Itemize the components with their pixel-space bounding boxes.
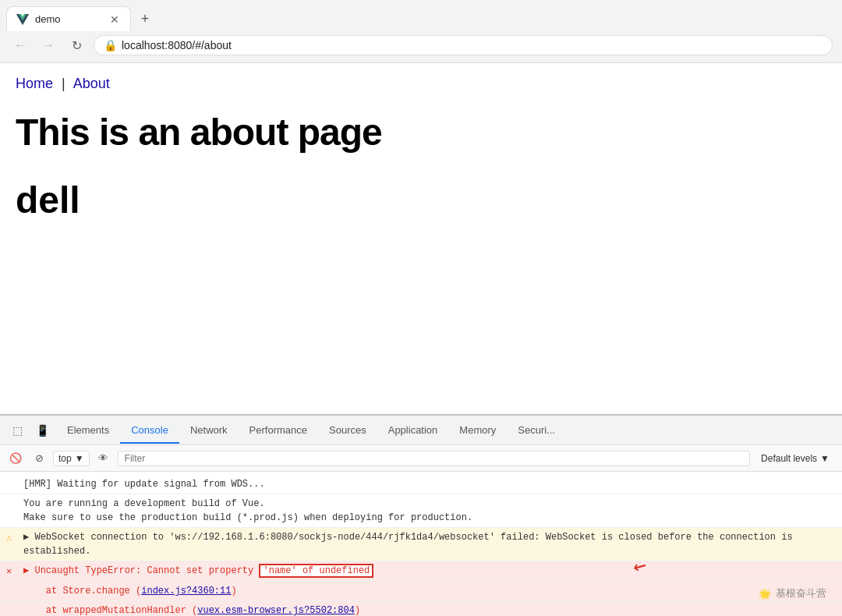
tab-console[interactable]: Console	[120, 418, 179, 444]
url-bar[interactable]: 🔒 localhost:8080/#/about	[94, 35, 833, 55]
console-stack-line: at wrappedMutationHandler (vuex.esm-brow…	[0, 601, 842, 616]
default-levels-button[interactable]: Default levels ▼	[755, 451, 836, 466]
tab-security[interactable]: Securi...	[507, 418, 566, 444]
devtools-device-button[interactable]: 📱	[31, 420, 53, 441]
home-link[interactable]: Home	[16, 76, 53, 91]
tab-network[interactable]: Network	[179, 418, 239, 444]
chevron-down-icon: ▼	[75, 453, 84, 464]
console-output: [HMR] Waiting for update signal from WDS…	[0, 472, 842, 616]
console-line: You are running a development build of V…	[0, 494, 842, 528]
error-highlight: 'name' of undefined	[259, 564, 373, 578]
devtools-panel: ⬚ 📱 Elements Console Network Performance…	[0, 414, 842, 616]
about-link[interactable]: About	[73, 76, 110, 91]
devtools-toolbar: 🚫 ⊘ top ▼ 👁 Default levels ▼	[0, 445, 842, 472]
tab-application[interactable]: Application	[377, 418, 449, 444]
console-filter-input[interactable]	[118, 451, 750, 466]
tab-elements[interactable]: Elements	[56, 418, 120, 444]
stack-link[interactable]: vuex.esm-browser.js?5502:804	[197, 605, 355, 616]
eye-icon-button[interactable]: 👁	[94, 449, 113, 468]
tab-favicon	[16, 13, 29, 26]
tab-title: demo	[35, 13, 61, 25]
browser-chrome: demo ✕ + ← → ↻ 🔒 localhost:8080/#/about	[0, 0, 842, 63]
console-stack-text: at Store.change (index.js?4360:11)	[23, 584, 237, 598]
watermark-icon: 🌟	[759, 588, 771, 600]
context-select[interactable]: top ▼	[53, 451, 90, 466]
default-levels-label: Default levels	[761, 453, 817, 464]
watermark-text: 基根奋斗营	[776, 586, 826, 600]
tab-sources[interactable]: Sources	[318, 418, 377, 444]
new-tab-button[interactable]: +	[134, 8, 156, 30]
chevron-down-icon-2: ▼	[820, 453, 830, 464]
watermark: 🌟 基根奋斗营	[759, 586, 826, 600]
back-button[interactable]: ←	[9, 34, 31, 56]
address-bar: ← → ↻ 🔒 localhost:8080/#/about	[0, 31, 842, 62]
sub-text: dell	[16, 179, 826, 221]
console-line: ⚠ ▶ WebSocket connection to 'ws://192.16…	[0, 528, 842, 561]
console-text: [HMR] Waiting for update signal from WDS…	[23, 477, 265, 491]
browser-tab[interactable]: demo ✕	[6, 6, 131, 31]
context-value: top	[58, 453, 72, 464]
filter-icon-button[interactable]: ⊘	[30, 449, 48, 468]
console-stack-text: at wrappedMutationHandler (vuex.esm-brow…	[23, 604, 360, 616]
tab-performance[interactable]: Performance	[239, 418, 318, 444]
about-heading: This is an about page	[16, 111, 826, 154]
devtools-inspect-button[interactable]: ⬚	[6, 420, 28, 441]
nav-separator: |	[62, 76, 65, 91]
nav-links: Home | About	[16, 76, 826, 92]
stack-link[interactable]: index.js?4360:11	[141, 586, 231, 597]
reload-button[interactable]: ↻	[65, 34, 87, 56]
clear-console-button[interactable]: 🚫	[6, 449, 25, 468]
devtools-tab-bar: ⬚ 📱 Elements Console Network Performance…	[0, 416, 842, 445]
tab-memory[interactable]: Memory	[448, 418, 507, 444]
warning-icon: ⚠	[6, 531, 19, 545]
forward-button[interactable]: →	[37, 34, 59, 56]
page-content: Home | About This is an about page dell	[0, 63, 842, 414]
error-icon: ✕	[6, 565, 19, 579]
console-line: [HMR] Waiting for update signal from WDS…	[0, 475, 842, 494]
console-stack-line: at Store.change (index.js?4360:11)	[0, 582, 842, 601]
url-text: localhost:8080/#/about	[122, 39, 232, 51]
tab-bar: demo ✕ +	[0, 0, 842, 31]
tab-close-button[interactable]: ✕	[108, 12, 121, 27]
lock-icon: 🔒	[104, 39, 117, 51]
console-text: You are running a development build of V…	[23, 497, 472, 525]
console-error-text: ▶ Uncaught TypeError: Cannot set propert…	[23, 564, 373, 578]
console-error-line: ✕ ▶ Uncaught TypeError: Cannot set prope…	[0, 561, 842, 582]
console-text: ▶ WebSocket connection to 'ws://192.168.…	[23, 530, 836, 558]
